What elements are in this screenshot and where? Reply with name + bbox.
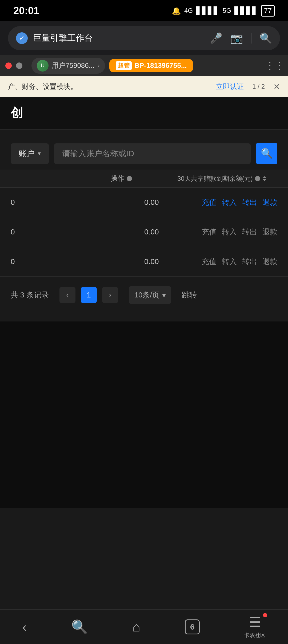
menu-nav-button[interactable]: ☰ 卡农社区 bbox=[244, 615, 266, 639]
row3-recharge-button[interactable]: 充值 bbox=[202, 257, 217, 267]
filter-row: 账户 ▾ 请输入账户名称或ID 🔍 bbox=[0, 138, 288, 170]
status-icons: 🔔 4G ▋▋▋▋ 5G ▋▋▋▋ 77 bbox=[172, 5, 275, 17]
back-icon: ‹ bbox=[22, 619, 27, 635]
chevron-right-icon: › bbox=[109, 291, 111, 299]
row2-transfer-out-button[interactable]: 转出 bbox=[242, 227, 257, 237]
tabs-count-badge: 6 bbox=[185, 619, 200, 634]
home-icon: ⌂ bbox=[132, 619, 140, 635]
tab-dot-gray bbox=[16, 62, 22, 69]
home-nav-button[interactable]: ⌂ bbox=[132, 619, 140, 635]
main-content: 账户 ▾ 请输入账户名称或ID 🔍 操作 30天共享赠款到期余额(元) bbox=[0, 129, 288, 321]
filter-search-button[interactable]: 🔍 bbox=[256, 143, 277, 164]
search-nav-icon: 🔍 bbox=[71, 619, 88, 635]
signal-4g-icon: 4G bbox=[184, 7, 193, 14]
filter-search-icon: 🔍 bbox=[261, 148, 273, 159]
super-admin-badge: 超管 bbox=[116, 61, 132, 70]
row3-balance-cell: 0.00 bbox=[70, 257, 159, 266]
page-1-label: 1 bbox=[87, 291, 91, 299]
row3-amount-text: 0 bbox=[11, 257, 15, 266]
filter-select-arrow-icon: ▾ bbox=[38, 150, 41, 157]
row2-refund-button[interactable]: 退款 bbox=[262, 227, 277, 237]
notice-close-button[interactable]: ✕ bbox=[273, 82, 280, 91]
row3-action-cell: 充值 转入 转出 退款 bbox=[159, 257, 277, 267]
row2-recharge-button[interactable]: 充值 bbox=[202, 227, 217, 237]
col-operation-header: 操作 bbox=[111, 174, 177, 183]
signal-bars-2-icon: ▋▋▋▋ bbox=[234, 6, 258, 15]
signal-5g-icon: 5G bbox=[223, 7, 231, 14]
table-header-row: 操作 30天共享赠款到期余额(元) bbox=[0, 170, 288, 188]
page-1-button[interactable]: 1 bbox=[81, 287, 97, 303]
camera-icon[interactable]: 📷 bbox=[230, 32, 243, 44]
security-shield-icon: ✓ bbox=[16, 32, 28, 44]
browser-bar: ✓ 巨量引擎工作台 🎤 📷 🔍 bbox=[0, 21, 288, 55]
row1-refund-button[interactable]: 退款 bbox=[262, 197, 277, 207]
user-tab[interactable]: U 用户759086... › bbox=[31, 58, 105, 74]
page-next-button[interactable]: › bbox=[102, 287, 118, 303]
row1-action-cell: 充值 转入 转出 退款 bbox=[159, 197, 277, 207]
chevron-left-icon: ‹ bbox=[66, 291, 69, 299]
tab-bar: U 用户759086... › 超管 BP-181396755... ⋮⋮ bbox=[0, 55, 288, 76]
col-balance-30-header: 30天共享赠款到期余额(元) bbox=[177, 174, 277, 183]
row3-amount-cell: 0 bbox=[11, 257, 70, 266]
browser-url-text[interactable]: 巨量引擎工作台 bbox=[33, 32, 205, 44]
row2-amount-text: 0 bbox=[11, 228, 15, 236]
search-bar-container[interactable]: ✓ 巨量引擎工作台 🎤 📷 🔍 bbox=[8, 26, 280, 50]
community-label: 卡农社区 bbox=[244, 632, 266, 639]
per-page-label: 10条/页 bbox=[134, 290, 159, 300]
notice-pagination: 1 / 2 bbox=[252, 83, 265, 90]
microphone-icon[interactable]: 🎤 bbox=[210, 32, 222, 44]
grid-menu-button[interactable]: ⋮⋮ bbox=[267, 58, 283, 74]
per-page-arrow-icon: ▾ bbox=[162, 291, 166, 300]
search-nav-button[interactable]: 🔍 bbox=[71, 619, 88, 635]
notice-text: 产、财务、设置模块。 bbox=[8, 82, 212, 91]
row2-action-cell: 充值 转入 转出 退款 bbox=[159, 227, 277, 237]
user-avatar: U bbox=[37, 60, 49, 72]
menu-icon: ☰ bbox=[249, 615, 261, 630]
row1-balance-cell: 0.00 bbox=[70, 198, 159, 207]
balance-sort-icon[interactable] bbox=[262, 176, 267, 181]
search-icon[interactable]: 🔍 bbox=[259, 32, 272, 44]
pagination-row: 共 3 条记录 ‹ 1 › 10条/页 ▾ 跳转 bbox=[0, 277, 288, 313]
account-filter-label: 账户 bbox=[19, 148, 35, 159]
user-tab-label: 用户759086... bbox=[52, 61, 94, 70]
row1-balance-value: 0.00 bbox=[144, 198, 159, 206]
row2-balance-value: 0.00 bbox=[144, 228, 159, 236]
row1-amount-cell: 0 bbox=[11, 198, 70, 207]
active-tab-label: BP-181396755... bbox=[134, 61, 187, 70]
row3-balance-value: 0.00 bbox=[144, 257, 159, 266]
row1-transfer-in-button[interactable]: 转入 bbox=[222, 197, 237, 207]
table-row: 0 0.00 充值 转入 转出 退款 bbox=[0, 217, 288, 247]
row2-transfer-in-button[interactable]: 转入 bbox=[222, 227, 237, 237]
active-tab[interactable]: 超管 BP-181396755... bbox=[109, 59, 193, 72]
row3-transfer-in-button[interactable]: 转入 bbox=[222, 257, 237, 267]
row2-balance-cell: 0.00 bbox=[70, 228, 159, 236]
notification-icon: 🔔 bbox=[172, 6, 181, 15]
notice-bar: 产、财务、设置模块。 立即认证 1 / 2 ✕ bbox=[0, 76, 288, 97]
row3-transfer-out-button[interactable]: 转出 bbox=[242, 257, 257, 267]
page-prev-button[interactable]: ‹ bbox=[59, 287, 75, 303]
row1-transfer-out-button[interactable]: 转出 bbox=[242, 197, 257, 207]
account-search-input[interactable]: 请输入账户名称或ID bbox=[54, 143, 251, 164]
browser-action-icons: 🎤 📷 🔍 bbox=[210, 32, 272, 44]
page-header: 创 bbox=[0, 97, 288, 129]
signal-bars-icon: ▋▋▋▋ bbox=[196, 6, 219, 15]
menu-badge-dot bbox=[263, 613, 267, 617]
bottom-nav-bar: ‹ 🔍 ⌂ 6 ☰ 卡农社区 bbox=[0, 609, 288, 644]
row1-recharge-button[interactable]: 充值 bbox=[202, 197, 217, 207]
notice-link[interactable]: 立即认证 bbox=[216, 82, 244, 91]
page-title: 创 bbox=[11, 106, 23, 120]
balance-30-header-label: 30天共享赠款到期余额(元) bbox=[177, 174, 253, 183]
account-filter-select[interactable]: 账户 ▾ bbox=[11, 143, 49, 164]
tabs-nav-button[interactable]: 6 bbox=[185, 619, 200, 634]
per-page-select[interactable]: 10条/页 ▾ bbox=[129, 286, 171, 304]
balance-dot-icon bbox=[255, 176, 260, 181]
page-filler bbox=[0, 321, 288, 508]
pagination-total: 共 3 条记录 bbox=[11, 290, 49, 300]
tab-dot-red bbox=[5, 62, 12, 69]
row3-refund-button[interactable]: 退款 bbox=[262, 257, 277, 267]
row2-amount-cell: 0 bbox=[11, 228, 70, 236]
back-nav-button[interactable]: ‹ bbox=[22, 619, 27, 635]
grid-icon: ⋮⋮ bbox=[265, 60, 284, 71]
battery-icon: 77 bbox=[261, 5, 275, 17]
jump-label: 跳转 bbox=[182, 290, 197, 300]
